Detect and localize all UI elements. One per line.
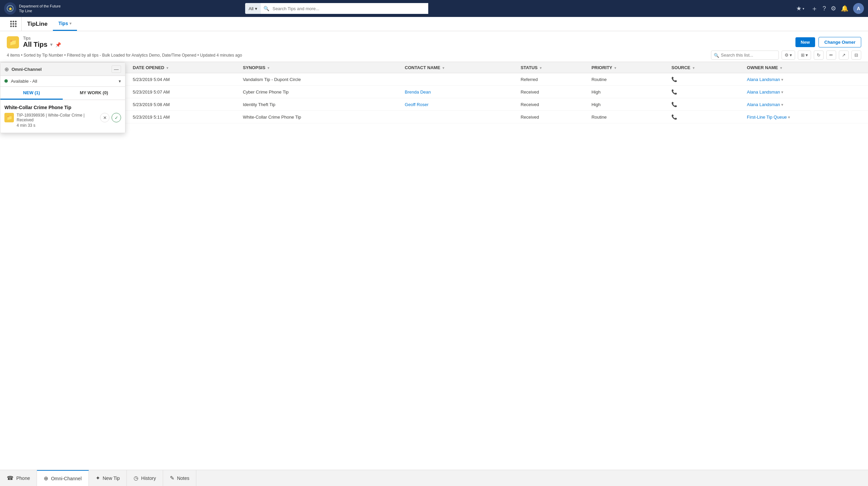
omni-tab-new[interactable]: NEW (1) [0, 87, 63, 100]
col-contact-name-label: CONTACT NAME [405, 65, 440, 70]
global-search-input[interactable] [269, 3, 429, 14]
search-filter-dropdown[interactable]: All ▾ [245, 3, 260, 14]
settings-button[interactable]: ⚙ [831, 5, 836, 12]
owner-dropdown-button[interactable]: ▾ [781, 102, 783, 107]
work-item-info: TIP-189398936 | White-Collar Crime | Rec… [17, 113, 97, 128]
owner-dropdown-button[interactable]: ▾ [781, 90, 783, 95]
edit-button[interactable]: ✏ [826, 50, 836, 60]
omni-status-text: Available - All [11, 79, 37, 84]
refresh-button[interactable]: ↻ [814, 50, 824, 60]
share-button[interactable]: ↗ [839, 50, 849, 60]
notes-icon: ✎ [170, 475, 174, 481]
omni-work-item: White-Collar Crime Phone Tip 📁 TIP-18939… [0, 100, 125, 133]
row-contact-name [401, 111, 517, 123]
change-owner-button[interactable]: Change Owner [818, 37, 861, 47]
accept-button[interactable]: ✓ [112, 113, 121, 122]
owner-name-link[interactable]: Alana Landsman [747, 102, 780, 107]
th-status[interactable]: STATUS ▾ [516, 62, 587, 73]
filter-button[interactable]: ⊟ [851, 50, 861, 60]
tab-tips[interactable]: Tips ▾ [53, 17, 77, 31]
filter-chevron-icon[interactable]: ▾ [693, 66, 694, 70]
row-contact-name [401, 73, 517, 86]
app-logo: ⭐ Department of the Future Tip Line [4, 2, 61, 15]
row-source: 📞 [667, 98, 743, 111]
avatar[interactable]: A [853, 3, 864, 14]
favorites-button[interactable]: ★ ▾ [794, 4, 806, 13]
taskbar-omni-channel[interactable]: ⊕ Omni-Channel [37, 470, 88, 486]
search-icon: 🔍 [261, 6, 269, 11]
columns-icon: ⊞ [801, 53, 805, 58]
col-owner-name-label: OWNER NAME [747, 65, 778, 70]
row-priority: High [587, 98, 667, 111]
owner-dropdown-button[interactable]: ▾ [788, 115, 790, 120]
row-owner-name: First-Line Tip Queue ▾ [743, 111, 868, 123]
row-date-opened: 5/23/2019 5:04 AM [129, 73, 239, 86]
notifications-button[interactable]: 🔔 [841, 5, 848, 12]
work-item-timer: 4 min 33 s [17, 123, 97, 128]
top-nav: ⭐ Department of the Future Tip Line All … [0, 0, 868, 17]
new-button[interactable]: New [795, 37, 815, 47]
omni-minimize-button[interactable]: — [112, 65, 121, 73]
th-source[interactable]: SOURCE ▾ [667, 62, 743, 73]
work-item-actions: ✕ ✓ [100, 113, 121, 122]
omni-tabs: NEW (1) MY WORK (0) [0, 87, 125, 100]
filter-chevron-icon[interactable]: ▾ [268, 66, 269, 70]
row-contact-name[interactable]: Geoff Roser [401, 98, 517, 111]
chevron-down-icon[interactable]: ▾ [70, 21, 72, 26]
columns-button[interactable]: ⊞ ▾ [798, 50, 811, 60]
help-button[interactable]: ? [823, 5, 826, 12]
add-button[interactable]: ＋ [811, 4, 818, 13]
phone-icon: 📞 [671, 102, 677, 107]
omni-status-display: Available - All [4, 79, 37, 84]
row-synopsis: Cyber Crime Phone Tip [239, 86, 401, 98]
col-source-label: SOURCE [671, 65, 690, 70]
th-synopsis[interactable]: SYNOPSIS ▾ [239, 62, 401, 73]
global-search-bar[interactable]: All ▾ 🔍 [245, 3, 428, 14]
omni-panel-title: Omni-Channel [12, 67, 109, 72]
status-dropdown-button[interactable]: ▾ [119, 79, 121, 84]
filter-chevron-icon[interactable]: ▾ [540, 66, 541, 70]
list-search-input[interactable] [711, 50, 779, 60]
owner-dropdown-button[interactable]: ▾ [781, 77, 783, 82]
new-tip-icon: ✦ [96, 475, 100, 481]
app-launcher-button[interactable] [5, 17, 22, 31]
logo-text: Department of the Future Tip Line [19, 4, 61, 14]
row-source: 📞 [667, 73, 743, 86]
table-container: TIP NUMBER ↑ ▾ DATE OPENED ▾ SYNOPSIS ▾ … [0, 62, 868, 123]
col-priority-label: PRIORITY [591, 65, 612, 70]
taskbar-phone[interactable]: ☎ Phone [0, 470, 37, 486]
th-owner-name[interactable]: OWNER NAME ▾ [743, 62, 868, 73]
list-search-wrap: 🔍 [711, 50, 779, 60]
filter-chevron-icon[interactable]: ▾ [614, 66, 616, 70]
filter-chevron-icon[interactable]: ▾ [166, 66, 168, 70]
taskbar-omni-label: Omni-Channel [51, 476, 81, 481]
owner-name-link[interactable]: Alana Landsman [747, 89, 780, 95]
th-date-opened[interactable]: DATE OPENED ▾ [129, 62, 239, 73]
table-row: 2 TIP-189398934 ▾ 5/23/2019 5:07 AM Cybe… [0, 86, 868, 98]
filter-chevron-icon[interactable]: ▾ [780, 66, 782, 70]
owner-name-link[interactable]: Alana Landsman [747, 77, 780, 82]
bottom-taskbar: ☎ Phone ⊕ Omni-Channel ✦ New Tip ◷ Histo… [0, 470, 868, 486]
taskbar-history[interactable]: ◷ History [127, 470, 163, 486]
filter-chevron-icon[interactable]: ▾ [442, 66, 444, 70]
table-row: 4 TIP-189398936 ▾ 5/23/2019 5:11 AM Whit… [0, 111, 868, 123]
main-content: 📁 Tips All Tips ▾ 📌 New Change Owner 4 i… [0, 31, 868, 470]
app-name: TipLine [22, 17, 53, 31]
taskbar-new-tip[interactable]: ✦ New Tip [89, 470, 127, 486]
th-contact-name[interactable]: CONTACT NAME ▾ [401, 62, 517, 73]
app-launcher-icon [10, 21, 17, 27]
th-priority[interactable]: PRIORITY ▾ [587, 62, 667, 73]
row-source: 📞 [667, 86, 743, 98]
gear-icon: ⚙ [785, 53, 789, 58]
list-title-area: Tips All Tips ▾ 📌 [23, 36, 795, 48]
owner-name-link[interactable]: First-Line Tip Queue [747, 115, 787, 120]
omni-tab-my-work[interactable]: MY WORK (0) [63, 87, 125, 100]
contact-name-link[interactable]: Brenda Dean [405, 89, 431, 95]
contact-name-link[interactable]: Geoff Roser [405, 102, 429, 107]
pin-icon[interactable]: 📌 [55, 42, 61, 47]
list-settings-button[interactable]: ⚙ ▾ [782, 50, 795, 60]
taskbar-notes[interactable]: ✎ Notes [163, 470, 197, 486]
chevron-down-icon[interactable]: ▾ [50, 42, 53, 47]
row-contact-name[interactable]: Brenda Dean [401, 86, 517, 98]
decline-button[interactable]: ✕ [100, 113, 110, 122]
